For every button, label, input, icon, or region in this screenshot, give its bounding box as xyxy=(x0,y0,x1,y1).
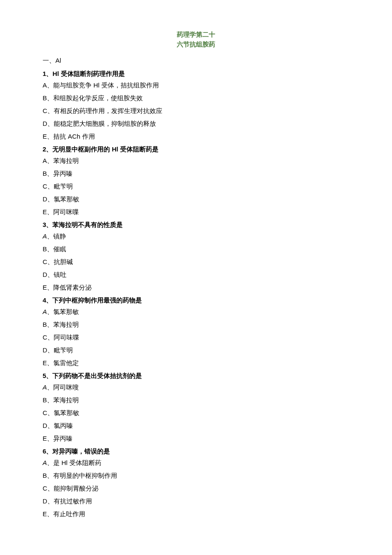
question-6-option-C: C、能抑制胃酸分泌 xyxy=(43,484,349,493)
question-5-option-D: D、氯丙嗪 xyxy=(43,421,349,430)
question-4-option-A: A、氯苯那敏 xyxy=(43,307,349,316)
option-text: 、毗苄明 xyxy=(47,183,73,190)
option-text: 、氯苯那敏 xyxy=(47,409,79,416)
question-2-option-A: A、苯海拉明 xyxy=(43,156,349,165)
option-letter: E xyxy=(43,510,47,517)
option-text: 、氯丙嗪 xyxy=(47,422,73,429)
option-letter: D xyxy=(43,497,47,505)
option-letter: A xyxy=(43,308,47,315)
question-1: 1、Hl 受体阻断剂药理作用是 xyxy=(43,69,349,78)
option-text: 、能稳定肥大细胞膜，抑制组胺的释放 xyxy=(47,120,156,127)
option-letter: B xyxy=(43,321,47,328)
option-letter: A xyxy=(43,384,47,391)
question-4-option-D: D、毗苄明 xyxy=(43,346,349,355)
question-3-option-C: C、抗胆碱 xyxy=(43,257,349,266)
option-text: 、阿司味喋 xyxy=(47,334,79,341)
option-text: 、苯海拉明 xyxy=(47,157,79,164)
question-5: 5、下列药物不是出受体拮抗剂的是 xyxy=(43,371,349,380)
option-letter: B xyxy=(43,472,47,479)
question-6-option-A: A、是 Hl 受体阻断药 xyxy=(43,458,349,467)
question-6-option-B: B、有明显的中枢抑制作用 xyxy=(43,471,349,480)
question-3: 3、苯海拉明不具有的性质是 xyxy=(43,220,349,229)
question-2-option-C: C、毗苄明 xyxy=(43,182,349,191)
question-5-option-E: E、异丙嗪 xyxy=(43,434,349,443)
question-2-option-D: D、氯苯那敏 xyxy=(43,195,349,203)
option-letter: D xyxy=(43,195,47,203)
option-text: 、苯海拉明 xyxy=(47,396,79,404)
option-letter: C xyxy=(43,183,47,190)
option-letter: C xyxy=(43,485,47,492)
option-letter: C xyxy=(43,258,47,265)
option-letter: A xyxy=(43,232,47,240)
option-text: 、苯海拉明 xyxy=(47,321,79,328)
question-1-option-C: C、有相反的药理作用，发挥生理对抗效应 xyxy=(43,106,349,115)
question-5-option-B: B、苯海拉明 xyxy=(43,395,349,404)
option-letter: A xyxy=(43,459,47,466)
section-header: 一、Al xyxy=(43,56,349,65)
option-text: 、阿司咪嗖 xyxy=(47,384,79,391)
option-text: 、降低肾素分泌 xyxy=(47,284,92,291)
question-2-option-B: B、异丙嗪 xyxy=(43,169,349,178)
title-line-1: 药理学第二十 xyxy=(43,30,349,40)
option-text: 、氯苯那敏 xyxy=(47,195,79,203)
option-text: 、氯苯那敏 xyxy=(47,308,79,315)
option-letter: B xyxy=(43,170,47,177)
option-letter: E xyxy=(43,284,47,291)
option-letter: B xyxy=(43,396,47,404)
option-text: 、和组胺起化学反应，使组胺失效 xyxy=(47,94,143,102)
question-3-option-E: E、降低肾素分泌 xyxy=(43,283,349,292)
option-letter: B xyxy=(43,94,47,102)
question-3-option-B: B、催眠 xyxy=(43,244,349,253)
question-4-option-B: B、苯海拉明 xyxy=(43,320,349,329)
option-text: 、异丙嗪 xyxy=(47,170,72,177)
option-text: 、拮抗 ACh 作用 xyxy=(47,133,95,140)
question-5-option-C: C、氯苯那敏 xyxy=(43,408,349,417)
option-letter: C xyxy=(43,107,47,114)
option-text: 、催眠 xyxy=(47,245,66,253)
option-letter: E xyxy=(43,435,47,442)
option-text: 、有相反的药理作用，发挥生理对抗效应 xyxy=(47,107,162,114)
option-text: 、是 Hl 受体阻断药 xyxy=(47,459,101,466)
option-letter: A xyxy=(43,157,47,164)
question-2: 2、无明显中枢副作用的 Hl 受体阻断药是 xyxy=(43,145,349,154)
question-2-option-E: E、阿司咪喋 xyxy=(43,207,349,216)
option-text: 、镇吐 xyxy=(47,271,66,278)
option-text: 、能与组胺竞争 Hl 受体，拮抗组胺作用 xyxy=(47,81,159,89)
option-text: 、氯雷他定 xyxy=(47,359,79,366)
question-1-option-D: D、能稳定肥大细胞膜，抑制组胺的释放 xyxy=(43,119,349,128)
question-6: 6、对异丙嗪，错误的是 xyxy=(43,447,349,456)
question-4-option-E: E、氯雷他定 xyxy=(43,358,349,367)
option-letter: D xyxy=(43,422,47,429)
option-letter: E xyxy=(43,208,47,215)
option-letter: C xyxy=(43,409,47,416)
question-3-option-D: D、镇吐 xyxy=(43,270,349,279)
question-6-option-E: E、有止吐作用 xyxy=(43,509,349,518)
question-4: 4、下列中枢抑制作用最强的药物是 xyxy=(43,296,349,305)
option-text: 、有抗过敏作用 xyxy=(47,497,92,505)
option-letter: D xyxy=(43,271,47,278)
option-text: 、抗胆碱 xyxy=(47,258,73,265)
question-1-option-B: B、和组胺起化学反应，使组胺失效 xyxy=(43,93,349,102)
question-1-option-E: E、拮抗 ACh 作用 xyxy=(43,132,349,141)
option-letter: E xyxy=(43,133,47,140)
option-letter: D xyxy=(43,120,47,127)
title-line-2: 六节抗组胺药 xyxy=(43,40,349,49)
option-letter: E xyxy=(43,359,47,366)
question-5-option-A: A、阿司咪嗖 xyxy=(43,383,349,392)
option-letter: A xyxy=(43,81,47,89)
option-text: 、阿司咪喋 xyxy=(47,208,79,215)
option-letter: B xyxy=(43,245,47,253)
option-letter: D xyxy=(43,346,47,354)
option-text: 、毗苄明 xyxy=(47,346,73,354)
option-text: 、有止吐作用 xyxy=(47,510,85,517)
option-text: 、异丙嗪 xyxy=(47,435,72,442)
option-text: 、有明显的中枢抑制作用 xyxy=(47,472,117,479)
question-1-option-A: A、能与组胺竞争 Hl 受体，拮抗组胺作用 xyxy=(43,81,349,90)
option-text: 、能抑制胃酸分泌 xyxy=(47,485,98,492)
option-letter: C xyxy=(43,334,47,341)
question-3-option-A: A、镇静 xyxy=(43,232,349,241)
question-4-option-C: C、阿司味喋 xyxy=(43,333,349,342)
document-title: 药理学第二十 六节抗组胺药 xyxy=(43,30,349,49)
question-6-option-D: D、有抗过敏作用 xyxy=(43,497,349,506)
option-text: 、镇静 xyxy=(47,232,66,240)
